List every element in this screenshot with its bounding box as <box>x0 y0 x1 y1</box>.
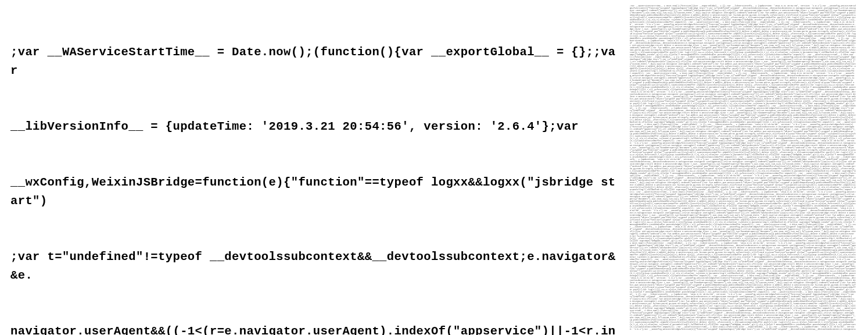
code-block-main: ;var __WAServiceStartTime__ = Date.now()… <box>10 6 623 335</box>
code-line: ;var t="undefined"!=typeof __devtoolssub… <box>10 248 623 285</box>
code-line: navigator.userAgent&&((-1<(r=e.navigator… <box>10 322 623 335</box>
code-line: __libVersionInfo__ = {updateTime: '2019.… <box>10 117 623 136</box>
code-line: __wxConfig,WeixinJSBridge=function(e){"f… <box>10 173 623 211</box>
code-line: ;var __WAServiceStartTime__ = Date.now()… <box>10 43 623 80</box>
code-block-minimap: ;var __WAServiceStartTime__ = Date.now()… <box>630 5 856 330</box>
